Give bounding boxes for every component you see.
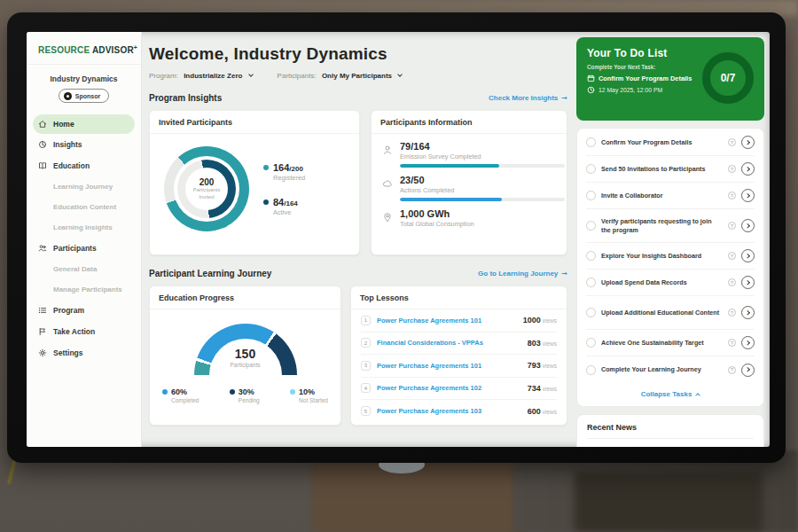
go-to-learning-journey-link[interactable]: Go to Learning Journey→: [478, 270, 567, 278]
gauge-legend: 60%Completed 30%Pending 10%Not Started: [150, 387, 340, 403]
task-checkbox[interactable]: [586, 137, 596, 147]
map-pin-icon: [382, 212, 393, 223]
donut-center-label: 200 Participants Invited: [164, 146, 249, 231]
sponsor-badge: Sponsor: [59, 89, 109, 103]
sidebar-item-learning-journey[interactable]: Learning Journey: [27, 176, 141, 197]
legend-active: 84/164 Active: [263, 197, 305, 216]
task-open-button[interactable]: [741, 162, 755, 176]
sidebar-item-insights[interactable]: Insights: [27, 134, 141, 155]
sidebar-item-label: Education Content: [53, 203, 116, 211]
legend-dot: [230, 389, 235, 395]
lesson-row: 3 Power Purchase Agreements 101 793views: [361, 355, 557, 378]
lesson-link[interactable]: Power Purchase Agreements 101: [377, 317, 517, 325]
calendar-icon: [587, 74, 595, 82]
lesson-link[interactable]: Financial Considerations - VPPAs: [377, 339, 521, 347]
logo-sup: +: [134, 44, 137, 51]
participants-information-card: Participants Information 79/164 Emission…: [371, 110, 567, 255]
program-insights-header: Program Insights Check More Insights→: [149, 93, 567, 103]
chevron-down-icon: [248, 72, 254, 77]
sidebar-item-general-data[interactable]: General Data: [27, 259, 141, 279]
lesson-rank: 2: [361, 338, 371, 348]
task-row: Upload Spend Data Records ?: [586, 270, 755, 296]
help-icon[interactable]: ?: [728, 192, 736, 200]
task-checkbox[interactable]: [586, 164, 596, 174]
sidebar-item-label: Program: [53, 306, 84, 315]
lesson-link[interactable]: Power Purchase Agreements 101: [377, 362, 521, 370]
help-icon[interactable]: ?: [728, 252, 736, 260]
help-icon[interactable]: ?: [728, 339, 736, 347]
lesson-rank: 1: [361, 316, 371, 325]
participants-filter[interactable]: Participants: Only My Participants: [278, 72, 403, 80]
program-filter-value: Industrialize Zero: [184, 72, 242, 80]
lesson-rank: 5: [361, 406, 371, 416]
legend-completed: 60%Completed: [162, 387, 199, 403]
gauge-center-label: 150 Participants: [194, 347, 297, 368]
sidebar-item-settings[interactable]: Settings: [27, 342, 141, 364]
task-open-button[interactable]: [741, 219, 755, 232]
sidebar-item-education-content[interactable]: Education Content: [27, 197, 141, 217]
participants-filter-label: Participants:: [278, 72, 317, 80]
sidebar-item-education[interactable]: Education: [27, 155, 141, 176]
program-filter[interactable]: Program: Industrialize Zero: [149, 72, 253, 80]
legend-dot: [290, 389, 295, 395]
sidebar-divider: [27, 64, 141, 65]
todo-progress-value: 0/7: [721, 72, 736, 84]
app-logo: RESOURCE ADVISOR+: [27, 44, 141, 55]
legend-pending: 30%Pending: [230, 387, 260, 403]
invited-participants-card: Invited Participants 200 Participants In…: [149, 110, 360, 255]
arrow-right-icon: →: [561, 94, 567, 102]
invited-participants-donut-chart: 200 Participants Invited: [164, 146, 249, 231]
task-checkbox[interactable]: [586, 338, 596, 348]
lesson-link[interactable]: Power Purchase Agreements 103: [377, 407, 521, 415]
help-icon[interactable]: ?: [728, 278, 736, 286]
take-action-icon: [38, 327, 47, 336]
todo-progress-ring: 0/7: [702, 52, 754, 104]
lesson-rank: 3: [361, 361, 371, 371]
task-open-button[interactable]: [741, 336, 755, 349]
lesson-row: 2 Financial Considerations - VPPAs 803vi…: [361, 332, 557, 356]
task-checkbox[interactable]: [586, 278, 596, 287]
chevron-right-icon: [746, 167, 750, 171]
home-icon: [38, 120, 47, 129]
task-checkbox[interactable]: [586, 365, 596, 375]
participants-icon: [38, 244, 47, 253]
task-open-button[interactable]: [741, 364, 755, 377]
page-title: Welcome, Industry Dynamics: [149, 44, 567, 64]
chevron-right-icon: [746, 340, 750, 345]
sidebar-item-manage-participants[interactable]: Manage Participants: [27, 279, 141, 300]
background-dark-object: [575, 472, 763, 532]
card-title: Participants Information: [372, 111, 567, 134]
stat-emission-survey: 79/164 Emission Survey Completed: [382, 141, 556, 168]
person-icon: [382, 145, 393, 155]
chevron-right-icon: [746, 310, 750, 315]
todo-panel: Your To Do List Complete Your Next Task:…: [576, 37, 764, 447]
cloud-icon: [382, 178, 393, 189]
task-checkbox[interactable]: [586, 308, 596, 317]
sidebar-item-learning-insights[interactable]: Learning Insights: [27, 217, 141, 238]
task-open-button[interactable]: [741, 136, 755, 149]
task-open-button[interactable]: [741, 249, 755, 262]
check-more-insights-link[interactable]: Check More Insights→: [489, 94, 567, 102]
help-icon[interactable]: ?: [728, 309, 736, 317]
help-icon[interactable]: ?: [728, 138, 736, 146]
chevron-up-icon: [695, 393, 700, 398]
help-icon[interactable]: ?: [728, 366, 736, 374]
task-checkbox[interactable]: [586, 221, 596, 231]
lesson-link[interactable]: Power Purchase Agreements 102: [377, 384, 521, 392]
progress-bar: [400, 164, 565, 168]
help-icon[interactable]: ?: [728, 222, 736, 230]
sidebar-item-program[interactable]: Program: [27, 300, 141, 321]
help-icon[interactable]: ?: [728, 165, 736, 173]
recent-news-card: Recent News: [576, 414, 764, 447]
donut-legend: 164/200 Registered 84/164 Active: [263, 162, 305, 216]
task-open-button[interactable]: [741, 306, 755, 319]
sidebar-item-participants[interactable]: Participants: [27, 238, 141, 259]
sidebar-item-take-action[interactable]: Take Action: [27, 321, 141, 342]
task-checkbox[interactable]: [586, 251, 596, 261]
task-open-button[interactable]: [741, 189, 755, 202]
task-open-button[interactable]: [741, 276, 755, 289]
task-checkbox[interactable]: [586, 191, 596, 200]
collapse-tasks-link[interactable]: Collapse Tasks: [586, 383, 755, 403]
sidebar-item-home[interactable]: Home: [33, 114, 135, 134]
lesson-row: 5 Power Purchase Agreements 103 600views: [361, 400, 557, 423]
